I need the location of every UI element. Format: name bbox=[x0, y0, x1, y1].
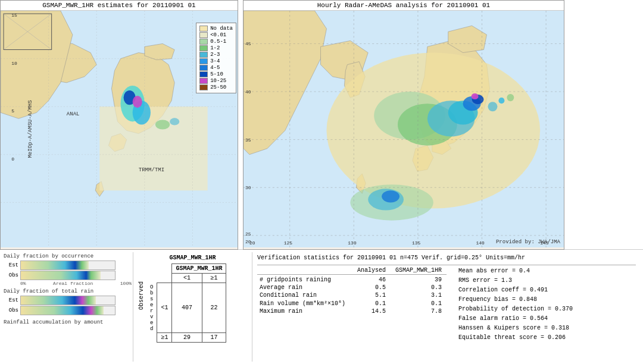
legend-item-1-2: 1-2 bbox=[199, 45, 233, 51]
left-map-title: GSMAP_MWR_1HR estimates for 20110901 01 bbox=[1, 1, 238, 11]
legend-item-nodata: No data bbox=[199, 26, 233, 32]
legend-label-5-10: 5-10 bbox=[210, 71, 223, 77]
svg-text:125: 125 bbox=[284, 240, 293, 246]
bar-row-obs-2: Obs bbox=[4, 306, 132, 315]
svg-text:40: 40 bbox=[245, 89, 251, 95]
obs-bar-container-1 bbox=[20, 271, 116, 280]
est-label-2: Est bbox=[4, 297, 18, 303]
legend-panel: No data <0.01 0.5-1 1-2 bbox=[196, 23, 236, 93]
contingency-section: GSMAP_MWR_1HR Observed GSMAP_MWR_1HR bbox=[133, 252, 252, 362]
contingency-table: GSMAP_MWR_1HR <1 ≥1 Observed <1 407 bbox=[146, 263, 226, 343]
svg-text:5: 5 bbox=[11, 108, 14, 114]
chart1-title: Daily fraction by occurrence bbox=[4, 253, 132, 259]
stats-col-headers: Analysed GSMAP_MWR_1HR bbox=[257, 266, 447, 275]
col-header-1: <1 bbox=[172, 274, 202, 283]
obs-bar-1 bbox=[21, 271, 101, 280]
est-label-1: Est bbox=[4, 262, 18, 268]
legend-color-001 bbox=[199, 32, 208, 38]
legend-color-1-2 bbox=[199, 45, 208, 51]
row3-val1: 5.1 bbox=[352, 291, 391, 299]
axis-right-1: 100% bbox=[120, 281, 132, 286]
stat-corr-coeff: Correlation coeff = 0.491 bbox=[458, 285, 589, 295]
right-map-panel: Hourly Radar-AMeDAS analysis for 2011090… bbox=[243, 0, 564, 250]
svg-point-6 bbox=[155, 120, 170, 129]
chart2-title: Daily fraction of total rain bbox=[4, 288, 132, 294]
chart-section-2: Daily fraction of total rain Est Obs bbox=[4, 288, 132, 316]
contingency-row-1: Observed <1 407 22 bbox=[146, 283, 226, 333]
obs-row-spacer: Observed bbox=[146, 283, 157, 333]
bottom-left-charts: Daily fraction by occurrence Est Obs 0% … bbox=[2, 252, 133, 362]
stats-table: Analysed GSMAP_MWR_1HR # gridpoints rain… bbox=[257, 266, 447, 315]
legend-label-nodata: No data bbox=[210, 26, 233, 32]
svg-text:35: 35 bbox=[245, 137, 251, 143]
contingency-subheader-row: <1 ≥1 bbox=[146, 274, 226, 283]
col-header-2: ≥1 bbox=[202, 274, 226, 283]
stats-row-2: Average rain 0.5 0.3 bbox=[257, 284, 447, 291]
svg-text:45: 45 bbox=[245, 41, 251, 46]
row-header-1: <1 bbox=[157, 283, 172, 333]
est-bar-container-1 bbox=[20, 261, 116, 270]
row2-val1: 0.5 bbox=[352, 284, 391, 291]
legend-label-1-2: 1-2 bbox=[210, 45, 220, 51]
legend-label-001: <0.01 bbox=[210, 32, 226, 38]
est-bar-2 bbox=[21, 296, 96, 305]
legend-color-3-4 bbox=[199, 58, 208, 64]
svg-text:130: 130 bbox=[348, 240, 357, 246]
verification-stats: Verification statistics for 20110901 01 … bbox=[252, 252, 641, 362]
row4-label: Rain volume (mm*km²×10⁶) bbox=[257, 299, 352, 307]
row5-label: Maximum rain bbox=[257, 307, 352, 315]
legend-label-4-5: 4-5 bbox=[210, 65, 220, 71]
bar-row-obs-1: Obs bbox=[4, 271, 132, 280]
svg-text:30: 30 bbox=[245, 185, 251, 190]
legend-color-25-50 bbox=[199, 84, 208, 90]
stat-equitable-threat: Equitable threat score = 0.206 bbox=[458, 333, 589, 343]
legend-item-001: <0.01 bbox=[199, 32, 233, 38]
obs-label-1: Obs bbox=[4, 272, 18, 278]
bar-row-est-2: Est bbox=[4, 296, 132, 305]
legend-label-2-3: 2-3 bbox=[210, 52, 220, 58]
stats-row-3: Conditional rain 5.1 3.1 bbox=[257, 291, 447, 299]
cell-22: 17 bbox=[202, 333, 226, 343]
svg-point-7 bbox=[170, 118, 179, 125]
stat-mean-abs-error: Mean abs error = 0.4 bbox=[458, 266, 589, 276]
stat-hanssen-kuipers: Hanssen & Kuipers score = 0.318 bbox=[458, 324, 589, 333]
row4-val1: 0.1 bbox=[352, 299, 391, 307]
row1-label: # gridpoints raining bbox=[257, 276, 352, 284]
stat-freq-bias: Frequency bias = 0.848 bbox=[458, 295, 589, 305]
stats-header: Verification statistics for 20110901 01 … bbox=[257, 255, 636, 261]
stat-prob-detection: Probability of detection = 0.370 bbox=[458, 305, 589, 314]
col-header-analysed: Analysed bbox=[352, 266, 391, 275]
bottom-row: Daily fraction by occurrence Est Obs 0% … bbox=[0, 250, 643, 364]
svg-point-35 bbox=[488, 102, 497, 111]
stats-content: Analysed GSMAP_MWR_1HR # gridpoints rain… bbox=[257, 266, 636, 343]
stat-false-alarm-ratio: False alarm ratio = 0.564 bbox=[458, 314, 589, 324]
obs-bar-2 bbox=[21, 306, 104, 315]
left-y-axis-label: MeIOp-A/AMSU-A/MHS bbox=[27, 100, 33, 158]
est-bar-1 bbox=[21, 261, 89, 269]
svg-rect-1 bbox=[99, 106, 207, 190]
cell-21: 29 bbox=[172, 333, 202, 343]
axis-labels-1: 0% Areal fraction 100% bbox=[20, 281, 132, 286]
contingency-wrapper: Observed GSMAP_MWR_1HR <1 ≥1 bbox=[138, 263, 247, 343]
row5-val2: 7.8 bbox=[391, 307, 447, 315]
stats-right: Mean abs error = 0.4 RMS error = 1.3 Cor… bbox=[458, 266, 589, 343]
spacer bbox=[564, 0, 643, 249]
legend-color-10-25 bbox=[199, 78, 208, 84]
stat-rms-error: RMS error = 1.3 bbox=[458, 276, 589, 285]
est-bar-container-2 bbox=[20, 296, 116, 305]
legend-item-2-3: 2-3 bbox=[199, 52, 233, 58]
row-header-2: ≥1 bbox=[157, 333, 172, 343]
svg-text:ANAL: ANAL bbox=[67, 111, 80, 117]
svg-text:25: 25 bbox=[245, 231, 251, 237]
obs-bar-container-2 bbox=[20, 306, 116, 315]
svg-point-34 bbox=[382, 190, 399, 202]
legend-item-10-25: 10-25 bbox=[199, 78, 233, 84]
contingency-title: GSMAP_MWR_1HR bbox=[138, 255, 247, 261]
legend-color-nodata bbox=[199, 26, 208, 32]
legend-item-25-50: 25-50 bbox=[199, 84, 233, 90]
bar-row-est-1: Est bbox=[4, 261, 132, 270]
legend-label-3-4: 3-4 bbox=[210, 58, 220, 64]
main-container: GSMAP_MWR_1HR estimates for 20110901 01 … bbox=[0, 0, 643, 364]
left-map-panel: GSMAP_MWR_1HR estimates for 20110901 01 … bbox=[0, 0, 238, 250]
row3-label: Conditional rain bbox=[257, 291, 352, 299]
